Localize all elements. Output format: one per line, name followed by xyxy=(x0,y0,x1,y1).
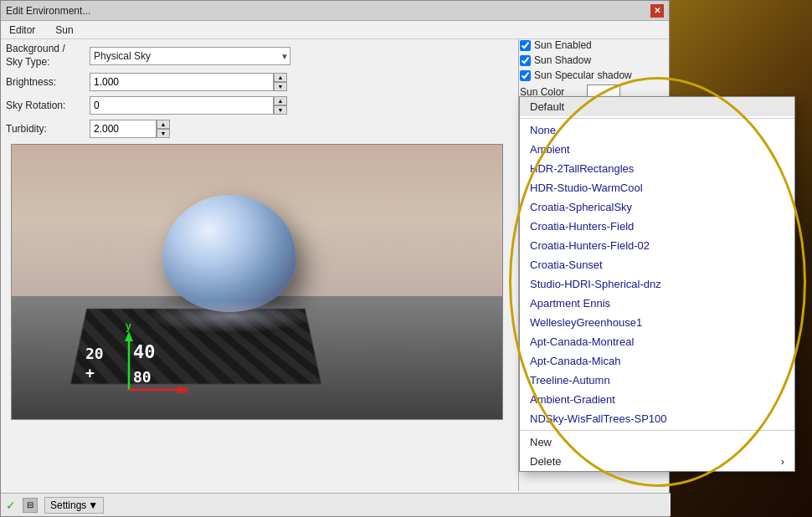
dropdown-item-studio-hdri[interactable]: Studio-HDRI-Spherical-dnz xyxy=(520,274,794,294)
brightness-label: Brightness: xyxy=(6,76,90,88)
dropdown-item-ambient-gradient[interactable]: Ambient-Gradient xyxy=(520,390,794,409)
dropdown-item-ndsky[interactable]: NDSky-WisFallTrees-SP100 xyxy=(520,409,794,428)
dropdown-item-croatia-hunters[interactable]: Croatia-Hunters-Field xyxy=(520,217,794,236)
sky-type-select[interactable]: Physical Sky xyxy=(90,47,290,65)
dropdown-menu-separator-2 xyxy=(520,430,794,431)
sky-rotation-up-button[interactable]: ▲ xyxy=(274,96,287,105)
dropdown-item-croatia-hunters-02[interactable]: Croatia-Hunters-Field-02 xyxy=(520,236,794,255)
dropdown-item-none[interactable]: None xyxy=(520,120,794,140)
turbidity-label: Turbidity: xyxy=(6,123,90,135)
dropdown-item-hdr-studio[interactable]: HDR-Studio-WarmCool xyxy=(520,178,794,197)
status-bar: ✓ ⊟ Settings ▼ xyxy=(1,493,671,516)
base-plus: + xyxy=(85,364,95,381)
dropdown-item-wellesley[interactable]: WellesleyGreenhouse1 xyxy=(520,313,794,332)
brightness-input[interactable] xyxy=(90,73,274,91)
turbidity-down-button[interactable]: ▼ xyxy=(157,129,170,138)
dropdown-item-hdr-tall[interactable]: HDR-2TallRectangles xyxy=(520,159,794,178)
settings-label: Settings xyxy=(50,499,86,511)
sky-rotation-spinner: ▲ ▼ xyxy=(90,96,287,115)
sky-rotation-label: Sky Rotation: xyxy=(6,100,90,111)
sun-shadow-row: Sun Shadow xyxy=(520,54,666,66)
sun-shadow-checkbox[interactable] xyxy=(520,55,531,66)
svg-marker-1 xyxy=(125,331,133,341)
sun-specular-checkbox[interactable] xyxy=(520,70,531,81)
dropdown-item-ambient[interactable]: Ambient xyxy=(520,140,794,159)
sky-type-dropdown-container: Physical Sky ▼ xyxy=(90,47,290,65)
title-bar: Edit Environment... ✕ xyxy=(1,1,669,21)
sky-rotation-down-button[interactable]: ▼ xyxy=(274,105,287,115)
turbidity-input[interactable] xyxy=(90,120,157,138)
menu-bar: Editor Sun xyxy=(1,21,669,39)
status-file-icon-glyph: ⊟ xyxy=(27,500,33,509)
status-check-icon: ✓ xyxy=(6,499,16,512)
turbidity-up-button[interactable]: ▲ xyxy=(157,120,170,129)
turbidity-container: ▲ ▼ xyxy=(90,120,170,138)
turbidity-spinner-buttons: ▲ ▼ xyxy=(157,120,170,138)
brightness-down-button[interactable]: ▼ xyxy=(274,82,287,91)
dropdown-item-apt-micah[interactable]: Apt-Canada-Micah xyxy=(520,351,794,371)
svg-text:y: y xyxy=(126,323,131,332)
dropdown-menu: Default None Ambient HDR-2TallRectangles… xyxy=(519,96,795,472)
close-button[interactable]: ✕ xyxy=(650,4,664,18)
dropdown-action-delete[interactable]: Delete › xyxy=(520,452,794,471)
menu-item-editor[interactable]: Editor xyxy=(4,23,40,38)
sun-enabled-checkbox[interactable] xyxy=(520,40,531,51)
preview-area: 20 40 + 80 x y xyxy=(11,144,503,420)
dropdown-action-new[interactable]: New xyxy=(520,433,794,452)
dropdown-item-croatia-sunset[interactable]: Croatia-Sunset xyxy=(520,255,794,274)
background-label: Background / xyxy=(6,43,65,54)
sun-enabled-label: Sun Enabled xyxy=(534,39,592,51)
window-title: Edit Environment... xyxy=(6,5,90,17)
dropdown-menu-separator-1 xyxy=(520,118,794,119)
dropdown-item-apartment-ennis[interactable]: Apartment Ennis xyxy=(520,294,794,313)
dropdown-new-label: New xyxy=(530,436,552,448)
brightness-spinner: ▲ ▼ xyxy=(90,73,287,91)
sun-specular-row: Sun Specular shadow xyxy=(520,69,666,81)
dropdown-item-apt-montreal[interactable]: Apt-Canada-Montreal xyxy=(520,332,794,351)
svg-text:x: x xyxy=(183,384,189,396)
dropdown-item-treeline[interactable]: Treeline-Autumn xyxy=(520,371,794,390)
dropdown-delete-arrow: › xyxy=(781,455,784,468)
settings-dropdown[interactable]: Settings ▼ xyxy=(44,497,104,514)
preview-sphere xyxy=(162,195,296,312)
sky-rotation-spinner-buttons: ▲ ▼ xyxy=(274,96,287,115)
sun-shadow-label: Sun Shadow xyxy=(534,54,591,66)
dropdown-item-croatia-spherical[interactable]: Croatia-SphericalSky xyxy=(520,197,794,217)
brightness-up-button[interactable]: ▲ xyxy=(274,73,287,82)
background-sky-label: Background / Sky Type: xyxy=(6,43,90,69)
dropdown-delete-label: Delete xyxy=(530,455,562,468)
axes-widget: x y xyxy=(95,323,196,407)
sun-enabled-row: Sun Enabled xyxy=(520,39,666,51)
sun-specular-label: Sun Specular shadow xyxy=(534,69,632,81)
settings-dropdown-arrow: ▼ xyxy=(88,499,98,511)
sky-type-label: Sky Type: xyxy=(6,56,49,68)
menu-item-sun[interactable]: Sun xyxy=(50,23,78,38)
status-file-icon[interactable]: ⊟ xyxy=(23,498,38,513)
brightness-spinner-buttons: ▲ ▼ xyxy=(274,73,287,91)
dropdown-item-default[interactable]: Default xyxy=(520,97,794,116)
sky-rotation-input[interactable] xyxy=(90,96,274,115)
